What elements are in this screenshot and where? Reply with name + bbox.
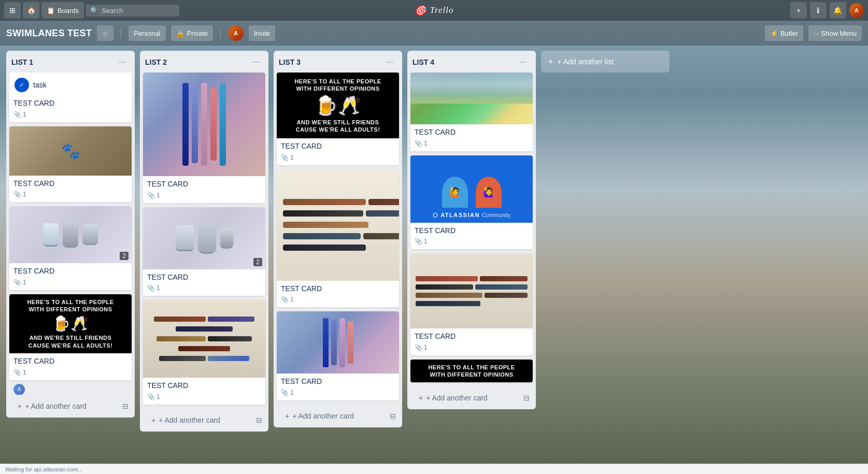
butler-button[interactable]: ⚡ Butler xyxy=(765,25,803,41)
scenic-sky xyxy=(410,73,533,104)
notifications-button[interactable]: 🔔 xyxy=(830,2,846,19)
list-4-menu-button[interactable]: ··· xyxy=(516,55,531,69)
card-4[interactable]: HERE'S TO ALL THE PEOPLE WITH DIFFERENT … xyxy=(9,294,132,380)
meme-line2: WITH DIFFERENT OPINIONS xyxy=(12,306,129,313)
list-2-archive-button[interactable]: ⊟ xyxy=(252,413,265,427)
card-8[interactable]: HERE'S TO ALL THE PEOPLE WITH DIFFERENT … xyxy=(277,73,399,165)
list-1-menu-button[interactable]: ··· xyxy=(115,55,130,69)
paperclip-icon-6: 📎 xyxy=(147,284,155,292)
list-4-archive-button[interactable]: ⊟ xyxy=(520,391,533,405)
paperclip-icon-4: 📎 xyxy=(13,369,21,376)
member-avatar[interactable]: A xyxy=(228,25,244,41)
invite-label: Invite xyxy=(254,30,270,37)
bp-3 xyxy=(339,318,345,367)
lock-icon: 🔒 xyxy=(176,30,184,37)
pen-s2 xyxy=(208,317,254,322)
meme-text-2: WITH DIFFERENT OPINIONS xyxy=(280,85,396,92)
card-8-title: TEST CARD xyxy=(281,141,395,152)
task-logo-text: task xyxy=(33,81,47,89)
list-4: LIST 4 ··· TEST CARD 📎 1 xyxy=(407,51,536,409)
list-1-cards: ✓ task TEST CARD 📎 1 🐾 xyxy=(6,73,135,395)
plus-button[interactable]: + xyxy=(790,2,807,19)
card-11-body: TEST CARD 📎 1 xyxy=(410,124,533,151)
card-5[interactable]: TEST CARD 📎 1 xyxy=(143,73,265,203)
card-4-title: TEST CARD xyxy=(13,356,127,367)
attachment-badge-6: 📎 1 xyxy=(147,284,160,292)
fp-row-4 xyxy=(283,232,399,240)
meme-text-1: HERE'S TO ALL THE PEOPLE xyxy=(280,78,396,85)
boards-button[interactable]: 📋 Boards xyxy=(41,2,84,19)
list-3-menu-button[interactable]: ··· xyxy=(382,55,397,69)
card-13-badges: 📎 1 xyxy=(415,344,529,351)
butler-label: ⚡ Butler xyxy=(770,30,798,37)
star-button[interactable]: ☆ xyxy=(97,25,113,41)
card-11[interactable]: TEST CARD 📎 1 xyxy=(410,73,533,151)
board-content: LIST 1 ··· ✓ task TEST CARD 📎 1 xyxy=(0,46,868,474)
attachment-count-7: 1 xyxy=(156,393,160,400)
workspace-button[interactable]: Personal xyxy=(129,25,165,41)
paperclip-icon-3: 📎 xyxy=(13,279,21,286)
card-11-cover xyxy=(410,73,533,124)
card-14[interactable]: HERE'S TO ALL THE PEOPLE WITH DIFFERENT … xyxy=(410,360,533,383)
add-another-list-button[interactable]: + + Add another list xyxy=(541,51,670,73)
pen-col-row-2 xyxy=(416,284,528,290)
card-13[interactable]: TEST CARD 📎 1 xyxy=(410,253,533,355)
card-9[interactable]: TEST CARD 📎 1 xyxy=(277,169,399,308)
search-box[interactable]: 🔍 Search xyxy=(86,5,179,17)
fp-row-2 xyxy=(283,209,399,218)
card-6[interactable]: 2 TEST CARD 📎 1 xyxy=(143,207,265,296)
fp-2b xyxy=(366,210,399,217)
paperclip-icon-2: 📎 xyxy=(13,191,21,198)
card-3-badges: 📎 1 xyxy=(13,279,127,286)
pen-row-4 xyxy=(178,345,230,352)
fp-1b xyxy=(368,199,399,205)
list-1: LIST 1 ··· ✓ task TEST CARD 📎 1 xyxy=(6,51,135,418)
show-menu-button[interactable]: ··· Show Menu xyxy=(808,25,862,41)
plus-icon-4: + xyxy=(419,394,423,402)
paperclip-icon-9: 📎 xyxy=(281,296,289,303)
visibility-button[interactable]: 🔒 Private xyxy=(171,25,213,41)
card-1[interactable]: ✓ task TEST CARD 📎 1 xyxy=(9,73,132,122)
paperclip-icon-8: 📎 xyxy=(281,154,289,161)
user-avatar[interactable]: A xyxy=(849,3,864,18)
grid-icon-button[interactable]: ⊞ xyxy=(4,2,21,19)
paperclip-icon-7: 📎 xyxy=(147,393,155,400)
list-4-cards: TEST CARD 📎 1 🙋 🙋‍♀️ xyxy=(407,73,536,386)
info-button[interactable]: ℹ xyxy=(810,2,827,19)
card-9-title: TEST CARD xyxy=(281,284,395,294)
card-7[interactable]: TEST CARD 📎 1 xyxy=(143,300,265,405)
card-9-badges: 📎 1 xyxy=(281,296,395,303)
invite-button[interactable]: Invite xyxy=(249,25,275,41)
card-2[interactable]: 🐾 TEST CARD 📎 1 xyxy=(9,126,132,203)
card-3-cover xyxy=(9,206,132,263)
list-3-add-card-button[interactable]: + + Add another card xyxy=(280,409,383,423)
home-icon-button[interactable]: 🏠 xyxy=(23,2,39,19)
list-2-add-card-button[interactable]: + + Add another card xyxy=(146,413,249,427)
list-4-title: LIST 4 xyxy=(412,58,516,66)
list-2-menu-button[interactable]: ··· xyxy=(249,55,263,69)
list-2-cards: TEST CARD 📎 1 xyxy=(140,73,268,409)
add-card-label-4: + Add another card xyxy=(426,394,488,402)
list-1-header: LIST 1 ··· xyxy=(6,51,135,73)
visibility-label: Private xyxy=(187,30,208,37)
card-3[interactable]: 2 TEST CARD 📎 1 xyxy=(9,206,132,290)
add-card-label-2: + Add another card xyxy=(159,416,220,424)
status-bar: Waiting for api.atlassian.com... xyxy=(0,464,868,474)
meme-line3: AND WE'RE STILL FRIENDS xyxy=(12,334,129,341)
card-2-body: TEST CARD 📎 1 xyxy=(9,176,132,203)
atlassian-brand: ⬡ ATLASSIAN Community xyxy=(433,212,511,219)
card-10[interactable]: TEST CARD 📎 1 xyxy=(277,311,399,400)
list-3-archive-button[interactable]: ⊟ xyxy=(386,409,399,423)
pen-row-1 xyxy=(154,315,254,323)
paperclip-icon-10: 📎 xyxy=(281,389,289,396)
list-1-archive-button[interactable]: ⊟ xyxy=(119,399,132,413)
card-7-title: TEST CARD xyxy=(147,381,261,391)
attachment-count-12: 1 xyxy=(424,238,428,245)
card-12[interactable]: 🙋 🙋‍♀️ ⬡ ATLASSIAN Community TEST CARD 📎… xyxy=(410,155,533,250)
trello-logo: 🎯 Trello xyxy=(414,4,453,17)
card-12-title: TEST CARD xyxy=(415,226,529,236)
list-1-add-card-button[interactable]: + + Add another card xyxy=(12,399,116,413)
list-4-add-card-button[interactable]: + + Add another card xyxy=(414,391,517,405)
card-10-body: TEST CARD 📎 1 xyxy=(277,374,399,400)
add-card-label-3: + Add another card xyxy=(292,412,354,420)
